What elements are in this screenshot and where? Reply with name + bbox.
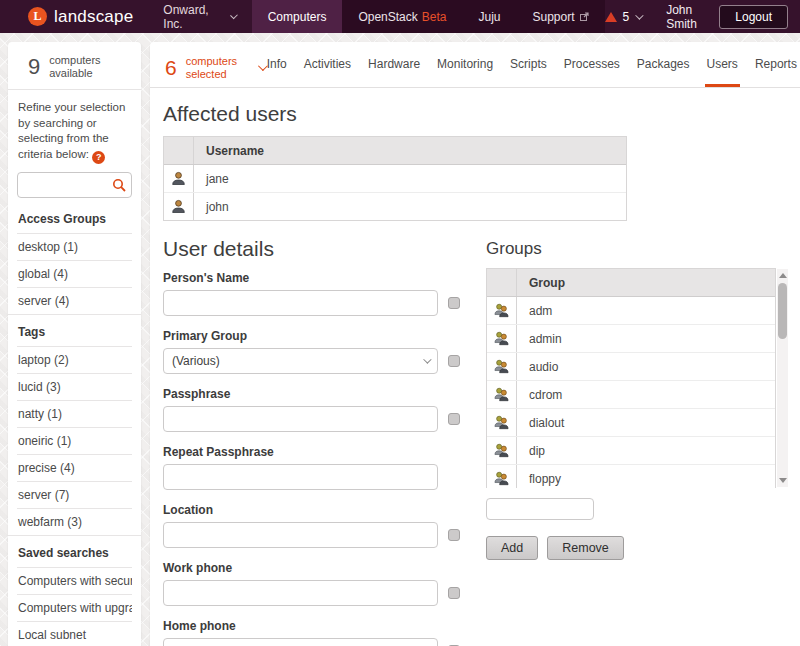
chevron-down-icon [635, 11, 643, 19]
passphrase-input[interactable] [163, 406, 438, 432]
table-row[interactable]: audio [487, 353, 775, 381]
icon-column-header [164, 137, 194, 164]
group-icon [494, 443, 509, 458]
alert-warning-icon [605, 12, 617, 22]
sidebar-item-desktop[interactable]: desktop (1) [17, 233, 132, 260]
sidebar-item-oneiric[interactable]: oneiric (1) [17, 427, 132, 454]
field-label: Primary Group [163, 329, 460, 343]
home-phone-input[interactable] [163, 638, 438, 646]
table-row[interactable]: cdrom [487, 381, 775, 409]
sidebar-item-laptop[interactable]: laptop (2) [17, 346, 132, 373]
selection-header: 6 computers selected Info Activities Har… [150, 42, 800, 88]
scroll-down-icon[interactable] [779, 478, 787, 483]
nav-item-juju[interactable]: Juju [462, 0, 516, 33]
sidebar-item-precise[interactable]: precise (4) [17, 454, 132, 481]
user-icon [171, 199, 186, 214]
account-switcher[interactable]: Onward, Inc. [147, 0, 251, 33]
icon-cell [487, 297, 517, 324]
sidebar-item-lucid[interactable]: lucid (3) [17, 373, 132, 400]
user-details-title: User details [163, 237, 460, 261]
icon-cell [487, 465, 517, 488]
groups-table: Group [486, 268, 776, 488]
groups-scrollbar[interactable] [777, 269, 788, 487]
remove-group-button[interactable]: Remove [547, 536, 624, 560]
computer-search [17, 172, 132, 198]
scrollbar-thumb[interactable] [778, 283, 787, 339]
group-name-cell: dialout [517, 409, 775, 436]
work-phone-input[interactable] [163, 580, 438, 606]
primary-group-select[interactable]: (Various) [163, 348, 438, 374]
landscape-logo[interactable]: L landscape [0, 0, 147, 33]
add-group-button[interactable]: Add [486, 536, 538, 560]
group-icon [494, 387, 509, 402]
refine-help-text: Refine your selection by searching or se… [8, 90, 141, 169]
sidebar-item-server-tag[interactable]: server (7) [17, 481, 132, 508]
account-name: Onward, Inc. [163, 3, 223, 31]
sidebar-item-natty[interactable]: natty (1) [17, 400, 132, 427]
logout-button[interactable]: Logout [719, 5, 788, 29]
chevron-down-icon [423, 355, 431, 363]
field-label: Passphrase [163, 387, 460, 401]
group-name-input[interactable] [486, 498, 594, 520]
primary-group-checkbox[interactable] [448, 355, 460, 367]
tab-processes[interactable]: Processes [562, 57, 622, 87]
tab-info[interactable]: Info [265, 57, 289, 87]
sidebar-item-server[interactable]: server (4) [17, 287, 132, 314]
table-header-row: Group [487, 269, 775, 297]
help-icon[interactable]: ? [92, 151, 105, 164]
nav-item-computers[interactable]: Computers [252, 0, 343, 33]
location-checkbox[interactable] [448, 529, 460, 541]
nav-item-support[interactable]: Support [516, 0, 604, 33]
location-input[interactable] [163, 522, 438, 548]
passphrase-checkbox[interactable] [448, 413, 460, 425]
details-columns: User details Person's Name Primary Group [163, 223, 800, 646]
nav-label-openstack: OpenStack [358, 10, 417, 24]
table-row[interactable]: adm [487, 297, 775, 325]
table-row[interactable]: floppy [487, 465, 775, 488]
table-row[interactable]: john [164, 193, 626, 220]
field-passphrase: Passphrase [163, 387, 460, 432]
group-column-header: Group [517, 269, 775, 296]
repeat-passphrase-input[interactable] [163, 464, 438, 490]
work-phone-checkbox[interactable] [448, 587, 460, 599]
sidebar-item-saved-security[interactable]: Computers with securit... [17, 567, 132, 594]
field-primary-group: Primary Group (Various) [163, 329, 460, 374]
sidebar-item-local-subnet[interactable]: Local subnet [17, 621, 132, 646]
selected-count: 6 [165, 56, 177, 80]
tab-activities[interactable]: Activities [302, 57, 353, 87]
sidebar-item-saved-upgrades[interactable]: Computers with upgrades [17, 594, 132, 621]
logged-in-user: John Smith [660, 3, 710, 31]
nav-label-computers: Computers [268, 10, 327, 24]
users-tab-content: Affected users Username jane [150, 102, 800, 646]
tab-reports[interactable]: Reports [753, 57, 799, 87]
alerts-dropdown[interactable]: 5 [605, 10, 642, 24]
available-count-label: computers available [49, 54, 111, 80]
sidebar-item-webfarm[interactable]: webfarm (3) [17, 508, 132, 535]
nav-item-openstack[interactable]: OpenStack Beta [342, 0, 462, 33]
icon-cell [487, 409, 517, 436]
tab-monitoring[interactable]: Monitoring [435, 57, 495, 87]
table-row[interactable]: dip [487, 437, 775, 465]
group-icon [494, 303, 509, 318]
table-row[interactable]: admin [487, 325, 775, 353]
icon-cell [487, 325, 517, 352]
table-row[interactable]: dialout [487, 409, 775, 437]
section-heading: Access Groups [17, 202, 132, 233]
tab-hardware[interactable]: Hardware [366, 57, 422, 87]
table-row[interactable]: jane [164, 165, 626, 193]
access-groups-section: Access Groups desktop (1) global (4) ser… [8, 202, 141, 315]
external-link-icon [580, 12, 589, 21]
landscape-logo-icon: L [28, 7, 47, 26]
groups-title: Groups [486, 239, 790, 259]
tab-packages[interactable]: Packages [635, 57, 692, 87]
saved-searches-section: Saved searches Computers with securit...… [8, 536, 141, 646]
field-home-phone: Home phone [163, 619, 460, 646]
icon-column-header [487, 269, 517, 296]
tab-users[interactable]: Users [705, 57, 740, 87]
persons-name-input[interactable] [163, 290, 438, 316]
group-icon [494, 359, 509, 374]
persons-name-checkbox[interactable] [448, 297, 460, 309]
sidebar-item-global[interactable]: global (4) [17, 260, 132, 287]
tab-scripts[interactable]: Scripts [508, 57, 549, 87]
scroll-up-icon[interactable] [779, 273, 787, 278]
